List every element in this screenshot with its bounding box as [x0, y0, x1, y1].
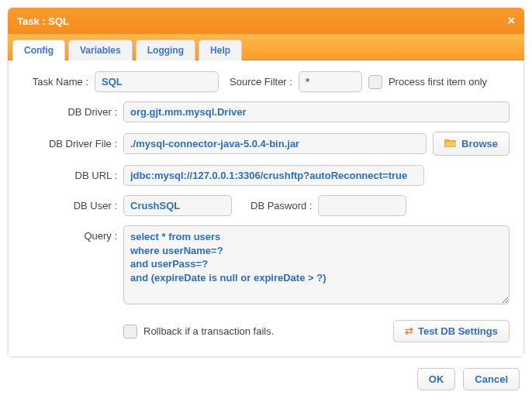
rollback-checkbox[interactable] [123, 325, 137, 339]
browse-button[interactable]: Browse [433, 132, 510, 156]
tab-logging[interactable]: Logging [136, 40, 195, 60]
process-first-label: Process first item only [389, 76, 487, 88]
db-url-label: DB URL : [22, 170, 117, 181]
browse-button-label: Browse [461, 138, 498, 150]
db-driver-label: DB Driver : [22, 106, 117, 118]
source-filter-input[interactable] [299, 71, 362, 92]
db-user-label: DB User : [22, 200, 117, 211]
ok-button[interactable]: OK [417, 368, 456, 390]
task-name-input[interactable] [95, 71, 219, 92]
db-driver-input[interactable] [123, 101, 510, 122]
dialog-footer: OK Cancel [8, 357, 524, 394]
db-url-input[interactable] [123, 165, 424, 186]
query-label: Query : [22, 225, 117, 242]
query-textarea[interactable]: select * from users where userName=? and… [123, 225, 510, 304]
cancel-button[interactable]: Cancel [463, 368, 520, 390]
source-filter-label: Source Filter : [230, 76, 292, 88]
cancel-button-label: Cancel [475, 373, 508, 385]
folder-icon [444, 137, 457, 150]
tab-variables[interactable]: Variables [68, 40, 133, 60]
db-user-input[interactable] [123, 195, 232, 216]
process-first-checkbox[interactable] [368, 75, 382, 89]
db-password-input[interactable] [318, 195, 406, 216]
db-password-label: DB Pasword : [250, 200, 312, 211]
tab-help[interactable]: Help [199, 40, 242, 60]
test-db-button[interactable]: ⇄ Test DB Settings [393, 320, 510, 342]
db-driver-file-label: DB Driver File : [22, 138, 117, 150]
db-driver-file-input[interactable] [123, 133, 427, 154]
task-name-label: Task Name : [22, 76, 88, 88]
config-panel: Task Name : Source Filter : Process firs… [8, 60, 524, 357]
task-dialog: Task : SQL × Config Variables Logging He… [8, 8, 524, 357]
test-db-button-label: Test DB Settings [418, 325, 498, 337]
titlebar: Task : SQL × [8, 8, 524, 34]
dialog-title: Task : SQL [17, 15, 69, 27]
swap-icon: ⇄ [405, 325, 413, 337]
tabbar: Config Variables Logging Help [8, 34, 524, 60]
tab-config[interactable]: Config [12, 40, 65, 60]
close-icon[interactable]: × [508, 14, 515, 28]
ok-button-label: OK [429, 373, 444, 385]
rollback-label: Rollback if a transaction fails. [143, 325, 274, 337]
